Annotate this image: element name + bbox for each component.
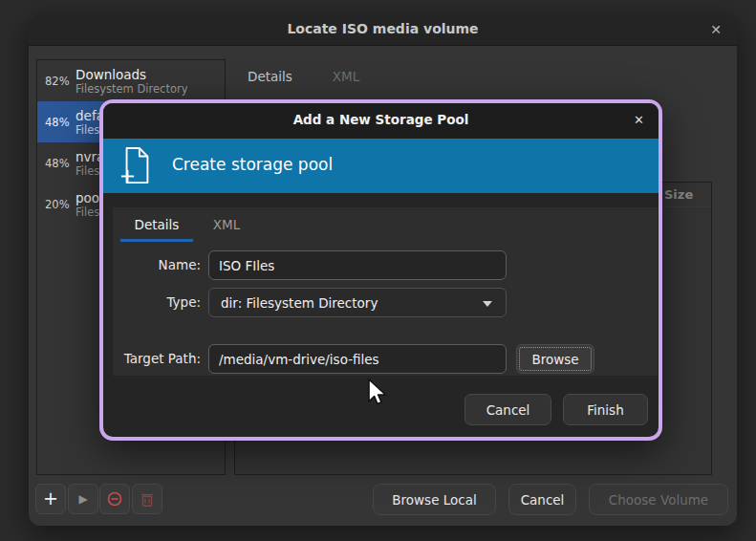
dialog-tab-details[interactable]: Details <box>120 207 193 242</box>
target-path-label: Target Path: <box>113 344 201 374</box>
dialog-cancel-button[interactable]: Cancel <box>464 394 551 425</box>
choose-volume-label: Choose Volume <box>609 492 708 508</box>
dialog-title: Add a New Storage Pool <box>103 112 659 127</box>
dialog-cancel-label: Cancel <box>486 402 530 418</box>
window-titlebar: Locate ISO media volume ✕ <box>29 14 737 46</box>
type-dropdown-value: dir: Filesystem Directory <box>221 295 378 311</box>
window-title: Locate ISO media volume <box>29 21 737 36</box>
cancel-label: Cancel <box>521 492 565 508</box>
pool-detail-tabs: Details XML <box>234 64 373 93</box>
dialog-tabs: Details XML <box>120 207 252 242</box>
name-label: Name: <box>113 250 201 280</box>
banner-title: Create storage pool <box>172 155 333 174</box>
type-label: Type: <box>113 288 201 317</box>
browse-local-button[interactable]: Browse Local <box>373 484 496 515</box>
window-close-icon[interactable]: ✕ <box>710 21 722 38</box>
pool-usage-percent: 82% <box>37 75 70 88</box>
mouse-cursor <box>366 379 391 411</box>
cancel-button[interactable]: Cancel <box>508 484 576 515</box>
start-pool-button[interactable]: ▶ <box>68 484 98 514</box>
pool-usage-percent: 48% <box>37 157 70 170</box>
chevron-down-icon <box>483 301 492 307</box>
add-pool-button[interactable]: + <box>35 484 66 514</box>
type-dropdown[interactable]: dir: Filesystem Directory <box>208 288 507 317</box>
pool-usage-percent: 48% <box>37 116 70 129</box>
dialog-tab-xml[interactable]: XML <box>201 207 252 242</box>
name-input[interactable] <box>208 250 507 280</box>
dialog-titlebar: Add a New Storage Pool ✕ <box>103 103 659 139</box>
pool-type: Filesystem Directory <box>76 82 187 96</box>
tab-xml[interactable]: XML <box>319 64 373 93</box>
pool-name: Downloads <box>76 67 187 82</box>
dialog-form-panel: Details XML Name: Type: dir: Filesystem … <box>113 207 658 376</box>
trash-icon <box>140 491 155 508</box>
browse-label: Browse <box>531 352 578 367</box>
dialog-finish-button[interactable]: Finish <box>563 394 648 425</box>
size-column-header: Size <box>664 187 693 202</box>
pool-usage-percent: 20% <box>37 198 70 211</box>
dialog-finish-label: Finish <box>587 402 623 418</box>
browse-local-label: Browse Local <box>392 492 476 508</box>
tab-details[interactable]: Details <box>234 64 306 93</box>
play-icon: ▶ <box>78 492 87 506</box>
target-path-input[interactable] <box>208 344 507 374</box>
browse-button[interactable]: Browse <box>516 344 594 374</box>
create-pool-banner: Create storage pool <box>103 139 659 193</box>
delete-pool-button[interactable] <box>132 484 162 514</box>
choose-volume-button: Choose Volume <box>589 484 728 515</box>
plus-icon: + <box>43 489 58 508</box>
pool-row-downloads[interactable]: 82% Downloads Filesystem Directory <box>37 60 225 101</box>
dialog-close-icon[interactable]: ✕ <box>634 112 644 129</box>
stop-icon <box>106 490 123 508</box>
new-document-icon <box>119 145 155 191</box>
stop-pool-button[interactable] <box>99 484 130 514</box>
